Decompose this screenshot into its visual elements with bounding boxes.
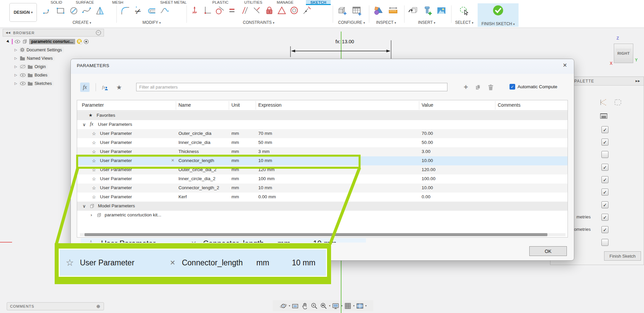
pan-icon[interactable] <box>301 302 309 310</box>
look-at-icon[interactable] <box>291 302 300 310</box>
section-row-model-parameters[interactable]: ∨ Model Parameters <box>77 202 568 211</box>
palette-checkbox[interactable]: ✓ <box>601 189 608 196</box>
browser-display-mode-icon[interactable]: − <box>96 30 101 35</box>
browser-item-origin[interactable]: ▷ Origin <box>14 63 48 70</box>
fixed-constraint-icon[interactable] <box>190 5 200 15</box>
palette-checkbox[interactable]: ✓ <box>601 126 608 133</box>
column-header-unit[interactable]: Unit <box>231 102 240 108</box>
favorites-filter-button[interactable]: ★ <box>114 83 124 92</box>
param-expression[interactable]: 10 mm <box>258 158 272 163</box>
parameter-row[interactable]: ☆ User Parameter Connector_length_2 mm 1… <box>77 184 568 193</box>
palette-checkbox[interactable] <box>601 239 608 246</box>
browser-item-document-settings[interactable]: ▷ Document Settings <box>14 47 64 53</box>
orbit-icon[interactable] <box>279 302 287 310</box>
horizontal-scrollbar[interactable] <box>80 233 566 236</box>
sketch-dimension-label[interactable]: fx: 13.00 <box>335 39 354 44</box>
create-dropdown[interactable]: CREATE ▾ <box>68 20 95 25</box>
profile-geometry-icon[interactable] <box>613 98 622 106</box>
look-at-icon[interactable] <box>599 98 608 106</box>
param-expression[interactable]: 3 mm <box>258 149 270 154</box>
palette-checkbox[interactable]: ✓ <box>601 214 608 221</box>
tab-mesh[interactable]: MESH <box>111 0 125 5</box>
tree-collapsed-icon[interactable]: ▷ <box>14 56 17 60</box>
inspect-dropdown[interactable]: INSPECT ▾ <box>372 20 400 25</box>
param-name[interactable]: Kerf <box>178 194 187 199</box>
delete-parameter-button[interactable] <box>486 83 495 92</box>
collinear-constraint-icon[interactable] <box>252 5 262 15</box>
eye-icon[interactable] <box>14 40 20 44</box>
delete-row-icon[interactable]: ✕ <box>171 158 174 163</box>
zoom-window-icon[interactable] <box>320 302 328 310</box>
viewports-icon[interactable] <box>356 302 364 310</box>
tab-plastic[interactable]: PLASTIC <box>211 0 230 5</box>
parallel-constraint-icon[interactable] <box>239 5 250 15</box>
scrollbar-thumb[interactable] <box>85 233 547 236</box>
param-expression[interactable]: 70 mm <box>258 131 272 136</box>
constraints-dropdown[interactable]: CONSTRAINTS ▾ <box>234 20 283 25</box>
column-header-parameter[interactable]: Parameter <box>82 102 104 108</box>
dialog-close-button[interactable]: ✕ <box>563 62 567 68</box>
param-name[interactable]: Thickness <box>178 149 199 154</box>
select-dropdown[interactable]: SELECT ▾ <box>450 20 478 25</box>
favorite-toggle-icon[interactable]: ☆ <box>92 176 96 181</box>
section-row-user-parameters[interactable]: ∨ fx User Parameters <box>77 120 568 129</box>
favorite-toggle-icon[interactable]: ☆ <box>92 185 96 191</box>
column-header-value[interactable]: Value <box>422 102 433 108</box>
grid-caret-icon[interactable]: ▾ <box>353 304 355 307</box>
expand-comments-icon[interactable]: ⊕ <box>96 304 101 309</box>
tab-sheet-metal[interactable]: SHEET METAL <box>158 0 189 5</box>
ok-button[interactable]: OK <box>529 246 567 256</box>
configure-cube-icon[interactable] <box>337 5 347 16</box>
tab-manage[interactable]: MANAGE <box>275 0 295 5</box>
sketch-line-red[interactable] <box>0 242 12 243</box>
polygon-constraint-icon[interactable] <box>277 5 287 15</box>
browser-collapse-icon[interactable]: ◀◀ <box>6 31 10 34</box>
viewports-caret-icon[interactable]: ▾ <box>365 304 367 307</box>
palette-checkbox[interactable]: ✓ <box>601 164 608 171</box>
parameter-row-selected[interactable]: ☆ User Parameter ✕ Connector_length mm 1… <box>77 156 568 165</box>
tree-collapsed-icon[interactable]: ▷ <box>14 73 17 77</box>
measure-icon[interactable] <box>373 5 384 16</box>
favorite-toggle-icon[interactable]: ☆ <box>92 140 96 145</box>
section-collapse-icon[interactable]: ∨ <box>83 122 86 127</box>
browser-root-row[interactable]: ▶ parametric consrtuc... R <box>7 38 89 45</box>
design-workspace-button[interactable]: DESIGN ▾ <box>9 3 37 22</box>
parameter-row[interactable]: ☆ User Parameter Inner_circle_dia_2 mm 1… <box>77 174 568 184</box>
configure-table-icon[interactable] <box>352 5 362 16</box>
modify-dropdown[interactable]: MODIFY ▾ <box>138 20 165 25</box>
select-tool-icon[interactable] <box>459 5 470 16</box>
trim-tool-icon[interactable]: ✂ <box>133 5 144 16</box>
browser-root-label[interactable]: parametric consrtuc... <box>29 39 75 44</box>
user-parameters-filter-button[interactable]: fx <box>80 83 90 92</box>
view-cube[interactable]: RIGHT <box>614 44 633 63</box>
tree-expanded-icon[interactable]: ▶ <box>6 39 11 44</box>
model-parameters-child-row[interactable]: › parametric consrtuction kit... <box>77 211 568 220</box>
browser-item-bodies[interactable]: ▷ Bodies <box>14 72 49 78</box>
favorite-toggle-icon[interactable]: ☆ <box>92 194 96 200</box>
expand-icon[interactable]: › <box>91 212 92 217</box>
param-expression[interactable]: 120 mm <box>258 167 275 172</box>
comments-bar[interactable]: COMMENTS ⊕ <box>7 302 104 310</box>
dialog-titlebar[interactable] <box>71 59 574 74</box>
section-row-favorites[interactable]: ★ Favorites <box>77 111 568 120</box>
rectangle-tool-icon[interactable] <box>55 5 66 16</box>
offset-tool-icon[interactable] <box>146 5 157 16</box>
tab-surface[interactable]: SURFACE <box>74 0 95 5</box>
parameter-row[interactable]: ☆ User Parameter Inner_circle_dia mm 50 … <box>77 138 568 147</box>
column-header-comments[interactable]: Comments <box>498 102 521 108</box>
palette-checkbox[interactable]: ✓ <box>601 139 608 146</box>
param-expression[interactable]: 100 mm <box>258 176 275 181</box>
orbit-caret-icon[interactable]: ▾ <box>289 304 290 307</box>
line-tool-icon[interactable] <box>42 5 53 16</box>
automatic-compute-checkbox[interactable]: ✓ <box>509 84 515 90</box>
circle-tool-icon[interactable] <box>68 5 79 16</box>
insert-dropdown[interactable]: INSERT ▾ <box>412 20 441 25</box>
sketch-line-vertical[interactable] <box>341 32 341 59</box>
copy-parameter-button[interactable] <box>473 83 483 92</box>
tab-sketch[interactable]: SKETCH <box>306 0 331 5</box>
tree-collapsed-icon[interactable]: ▷ <box>14 82 17 85</box>
palette-checkbox[interactable] <box>601 151 608 158</box>
param-expression[interactable]: 50 mm <box>258 140 272 145</box>
concentric-constraint-icon[interactable] <box>289 5 299 15</box>
eye-icon[interactable] <box>20 73 26 77</box>
